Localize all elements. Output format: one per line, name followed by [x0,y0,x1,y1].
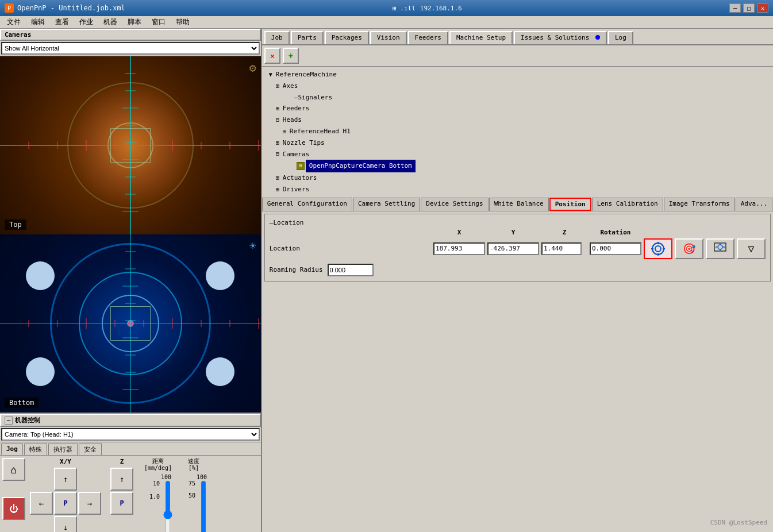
tree-item-camera-bottom[interactable]: ⊞ OpenPnpCaptureCamera Bottom [267,160,768,172]
menu-view[interactable]: 查看 [51,16,74,28]
tab-log[interactable]: Log [608,31,633,44]
menu-file[interactable]: 文件 [2,16,25,28]
dist-tick-1: 1.0 [149,494,160,500]
jog-empty-br [78,516,101,532]
jog-right-button[interactable]: → [78,492,101,515]
power-button[interactable]: ⏻ [2,497,25,520]
config-tab-settling[interactable]: Camera Settling [353,198,420,211]
close-button[interactable]: ✕ [757,3,768,13]
delete-button[interactable]: ✕ [264,48,280,64]
position-button[interactable] [706,238,734,259]
tree-item-signalers[interactable]: –Signalers [267,92,768,103]
title-bar-buttons: ─ □ ✕ [729,3,768,13]
tree-label-actuators: Actuators [283,172,317,184]
menu-machine[interactable]: 机器 [99,16,122,28]
minimize-button[interactable]: ─ [729,3,741,13]
location-y-input[interactable] [487,242,539,255]
tab-job[interactable]: Job [264,31,290,44]
config-area: ▼ ReferenceMachine ⊞ Axes –Signalers ⊞ F… [262,67,773,532]
filter-button[interactable]: ▽ [737,238,766,259]
control-tabs: Jog 特殊 执行器 安全 [0,442,261,456]
tree-item-actuators[interactable]: ⊞ Actuators [267,172,768,184]
title-bar-left: P OpenPnP - Untitled.job.xml [5,3,125,13]
home-button[interactable]: ⌂ [2,458,25,481]
config-tab-adva[interactable]: Adva... [736,198,772,211]
app-icon: P [5,3,14,13]
camera-icon-wrap: ⊞ [297,162,305,170]
tree-item-cameras[interactable]: ⊟ Cameras [267,149,768,160]
jog-up-button[interactable]: ↑ [54,468,77,491]
tab-actuator[interactable]: 执行器 [48,444,78,455]
collapse-button[interactable]: ─ [5,417,13,425]
tree-label-nozzle: Nozzle Tips [283,137,325,149]
spot-1 [26,261,55,290]
menu-edit[interactable]: 编辑 [26,16,49,28]
speed-slider[interactable] [198,480,209,532]
tree-label-camera-bottom[interactable]: OpenPnpCaptureCamera Bottom [306,160,416,172]
config-tab-lens[interactable]: Lens Calibration [592,198,663,211]
expand-camera-bottom [287,161,295,171]
left-panel: Cameras Show All Horizontal [0,29,262,532]
config-tab-balance[interactable]: White Balance [489,198,549,211]
tree-item-root[interactable]: ▼ ReferenceMachine [267,69,768,80]
top-cam-rect [110,128,151,163]
location-rotation-input[interactable] [590,242,641,255]
bottom-camera-image: ☀ Bottom [0,234,261,413]
distance-slider[interactable] [162,480,174,532]
jog-empty-tr [78,468,101,491]
tree-label-root: ReferenceMachine [276,69,337,80]
menu-job[interactable]: 作业 [75,16,98,28]
control-camera-select[interactable]: Camera: Top (Head: H1) [1,428,260,441]
dist-slider-row: 10 1.0 [143,480,174,532]
camera-view-bottom: ☀ Bottom [0,234,261,413]
location-z-input[interactable] [541,242,582,255]
tree-item-drivers[interactable]: ⊞ Drivers [267,184,768,195]
tab-feeders[interactable]: Feeders [408,31,448,44]
speed-section: 速度[%] 100 75 50 🏮 [178,458,209,532]
location-x-input[interactable] [433,242,485,255]
camera-select[interactable]: Show All Horizontal [1,42,260,55]
tree-item-axes[interactable]: ⊞ Axes [267,80,768,92]
jog-xy-section: X/Y ↑ ← P → ↓ [30,458,101,532]
tab-packages[interactable]: Packages [325,31,369,44]
config-tab-position[interactable]: Position [549,198,591,211]
tree-label-drivers: Drivers [283,184,309,195]
add-button[interactable]: + [283,48,299,64]
speed-slider-row: 75 50 [178,480,209,532]
machine-control-label: 机器控制 [15,416,40,425]
tab-special[interactable]: 特殊 [24,444,47,455]
tree-item-feeders[interactable]: ⊞ Feeders [267,103,768,114]
jog-left-button[interactable]: ← [30,492,53,515]
jog-z-up-button[interactable]: ↑ [110,468,133,491]
tree-item-head1[interactable]: ⊞ ReferenceHead H1 [267,126,768,137]
menu-window[interactable]: 窗口 [147,16,170,28]
config-tab-general[interactable]: General Configuration [262,198,352,211]
tab-parts[interactable]: Parts [291,31,324,44]
goto-button[interactable]: 🎯 [675,238,703,259]
menu-help[interactable]: 帮助 [171,16,194,28]
tab-machine-setup[interactable]: Machine Setup [449,31,513,44]
location-title: –Location [270,219,766,226]
expand-head1: ⊞ [280,126,289,137]
capture-location-button[interactable] [644,238,672,259]
tree-item-heads[interactable]: ⊟ Heads [267,114,768,126]
tree-item-nozzle-tips[interactable]: ⊞ Nozzle Tips [267,137,768,149]
maximize-button[interactable]: □ [743,3,755,13]
tree-label-signalers: –Signalers [290,92,332,103]
jog-empty-tl [30,468,53,491]
tab-vision[interactable]: Vision [370,31,407,44]
roaming-row: Roaming Radius [270,264,766,276]
config-tabs: General Configuration Camera Settling De… [262,198,773,211]
menu-scripts[interactable]: 脚本 [123,16,146,28]
config-tab-device[interactable]: Device Settings [421,198,488,211]
top-cam-label: Top [5,219,26,230]
config-tab-image-transforms[interactable]: Image Transforms [664,198,735,211]
dist-speed-section: 距离[mm/deg] 100 10 1.0 [143,458,209,532]
tab-jog[interactable]: Jog [1,444,23,455]
jog-center-button[interactable]: P [54,492,77,515]
xy-label: X/Y [30,458,101,465]
jog-z-p-button[interactable]: P [110,492,133,515]
tab-issues[interactable]: Issues & Solutions [514,31,607,44]
roaming-input[interactable] [328,264,374,276]
tab-safety[interactable]: 安全 [79,444,102,455]
